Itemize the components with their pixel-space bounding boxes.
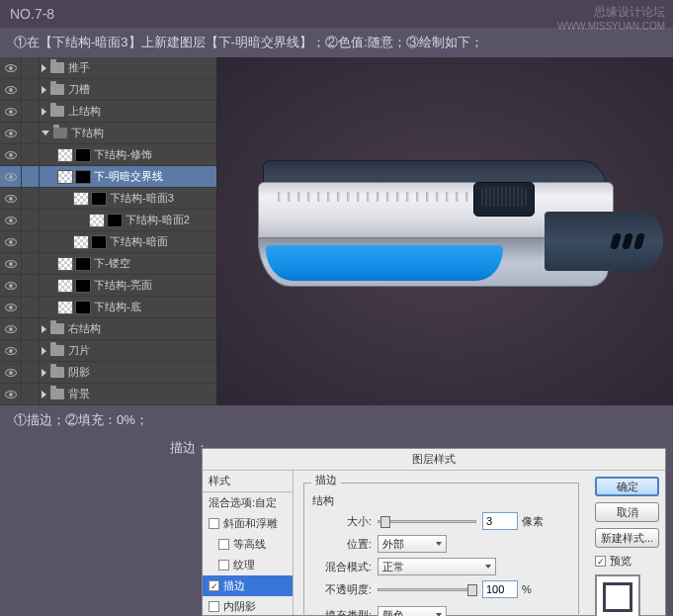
expand-arrow-icon[interactable] xyxy=(42,131,49,135)
mask-thumbnail[interactable] xyxy=(75,170,91,184)
style-checkbox[interactable] xyxy=(209,601,219,612)
layer-name[interactable]: 下结构-暗面2 xyxy=(126,213,190,227)
visibility-toggle[interactable] xyxy=(0,275,22,297)
visibility-toggle[interactable] xyxy=(0,144,22,166)
style-checkbox[interactable] xyxy=(209,518,219,529)
expand-arrow-icon[interactable] xyxy=(42,347,46,355)
layer-row[interactable]: 下结构-底 xyxy=(0,297,216,318)
preview-swatch xyxy=(595,574,640,616)
layer-row[interactable]: 上结构 xyxy=(0,101,216,123)
canvas[interactable] xyxy=(217,57,673,405)
layer-name[interactable]: 阴影 xyxy=(68,365,90,380)
layer-thumbnail[interactable] xyxy=(57,301,73,314)
layer-name[interactable]: 下结构 xyxy=(71,126,104,140)
layer-thumbnail[interactable] xyxy=(73,192,89,206)
position-dropdown[interactable]: 外部 xyxy=(378,535,447,553)
style-item[interactable]: 内阴影 xyxy=(203,596,293,616)
layer-row[interactable]: 刀槽 xyxy=(0,79,216,101)
opacity-slider[interactable] xyxy=(378,588,476,591)
expand-arrow-icon[interactable] xyxy=(42,369,46,377)
opacity-input[interactable] xyxy=(482,580,518,598)
cancel-button[interactable]: 取消 xyxy=(595,502,659,522)
layer-row[interactable]: 下结构-暗面 xyxy=(0,231,216,253)
layer-name[interactable]: 上结构 xyxy=(68,104,101,119)
ok-button[interactable]: 确定 xyxy=(595,477,659,496)
expand-arrow-icon[interactable] xyxy=(42,86,46,94)
fill-type-dropdown[interactable]: 颜色 xyxy=(378,606,447,616)
layer-thumbnail[interactable] xyxy=(57,257,73,271)
layer-row[interactable]: 刀片 xyxy=(0,340,216,362)
visibility-toggle[interactable] xyxy=(0,123,22,144)
layer-name[interactable]: 推手 xyxy=(68,60,90,75)
layer-name[interactable]: 下结构-亮面 xyxy=(94,278,152,293)
layer-name[interactable]: 刀槽 xyxy=(68,82,90,97)
expand-arrow-icon[interactable] xyxy=(42,325,46,333)
lock-column xyxy=(22,166,40,188)
layer-thumbnail[interactable] xyxy=(57,148,73,162)
layer-name[interactable]: 右结构 xyxy=(68,321,101,336)
expand-arrow-icon[interactable] xyxy=(42,64,46,72)
layer-name[interactable]: 下结构-暗面 xyxy=(110,234,168,249)
visibility-toggle[interactable] xyxy=(0,297,22,318)
layer-row[interactable]: 下-镂空 xyxy=(0,253,216,275)
layer-row[interactable]: 下结构 xyxy=(0,123,216,144)
mask-thumbnail[interactable] xyxy=(91,192,107,206)
style-item[interactable]: 描边 xyxy=(203,575,293,596)
layer-name[interactable]: 刀片 xyxy=(68,343,90,358)
layer-name[interactable]: 下结构-底 xyxy=(94,300,141,314)
layer-row[interactable]: 阴影 xyxy=(0,362,216,384)
preview-label: 预览 xyxy=(610,554,631,569)
layer-row[interactable]: 背景 xyxy=(0,384,216,405)
visibility-toggle[interactable] xyxy=(0,210,22,231)
visibility-toggle[interactable] xyxy=(0,79,22,101)
preview-checkbox[interactable] xyxy=(595,556,606,567)
mask-thumbnail[interactable] xyxy=(75,279,91,293)
layer-thumbnail[interactable] xyxy=(73,235,89,249)
visibility-toggle[interactable] xyxy=(0,318,22,340)
mask-thumbnail[interactable] xyxy=(91,235,107,249)
layer-row[interactable]: 下结构-修饰 xyxy=(0,144,216,166)
styles-header[interactable]: 样式 xyxy=(203,471,293,492)
layer-row[interactable]: 推手 xyxy=(0,57,216,79)
style-checkbox[interactable] xyxy=(218,560,229,571)
stroke-section-label: 描边 xyxy=(311,473,341,487)
style-item[interactable]: 斜面和浮雕 xyxy=(203,513,293,534)
layer-name[interactable]: 下-明暗交界线 xyxy=(94,169,163,184)
mask-thumbnail[interactable] xyxy=(75,148,91,162)
layer-name[interactable]: 下结构-修饰 xyxy=(94,147,152,162)
layer-thumbnail[interactable] xyxy=(89,214,105,227)
layer-name[interactable]: 下-镂空 xyxy=(94,256,130,271)
layer-thumbnail[interactable] xyxy=(57,279,73,293)
visibility-toggle[interactable] xyxy=(0,384,22,405)
visibility-toggle[interactable] xyxy=(0,340,22,362)
mask-thumbnail[interactable] xyxy=(75,301,91,314)
layer-row[interactable]: 下-明暗交界线 xyxy=(0,166,216,188)
layer-name[interactable]: 背景 xyxy=(68,387,90,401)
style-item[interactable]: 等高线 xyxy=(203,534,293,555)
visibility-toggle[interactable] xyxy=(0,166,22,188)
new-style-button[interactable]: 新建样式... xyxy=(595,528,659,548)
style-item[interactable]: 纹理 xyxy=(203,555,293,575)
size-slider[interactable] xyxy=(378,520,476,523)
layer-row[interactable]: 右结构 xyxy=(0,318,216,340)
blend-options[interactable]: 混合选项:自定 xyxy=(203,492,293,513)
visibility-toggle[interactable] xyxy=(0,57,22,79)
layer-row[interactable]: 下结构-暗面3 xyxy=(0,188,216,210)
layer-row[interactable]: 下结构-亮面 xyxy=(0,275,216,297)
visibility-toggle[interactable] xyxy=(0,362,22,384)
layer-thumbnail[interactable] xyxy=(57,170,73,184)
visibility-toggle[interactable] xyxy=(0,253,22,275)
style-checkbox[interactable] xyxy=(209,580,219,591)
expand-arrow-icon[interactable] xyxy=(42,108,46,116)
mask-thumbnail[interactable] xyxy=(107,214,123,227)
blend-mode-dropdown[interactable]: 正常 xyxy=(378,558,496,575)
expand-arrow-icon[interactable] xyxy=(42,391,46,398)
visibility-toggle[interactable] xyxy=(0,188,22,210)
visibility-toggle[interactable] xyxy=(0,231,22,253)
visibility-toggle[interactable] xyxy=(0,101,22,123)
layer-name[interactable]: 下结构-暗面3 xyxy=(110,191,174,206)
mask-thumbnail[interactable] xyxy=(75,257,91,271)
size-input[interactable] xyxy=(482,512,518,530)
style-checkbox[interactable] xyxy=(218,539,229,550)
layer-row[interactable]: 下结构-暗面2 xyxy=(0,210,216,231)
